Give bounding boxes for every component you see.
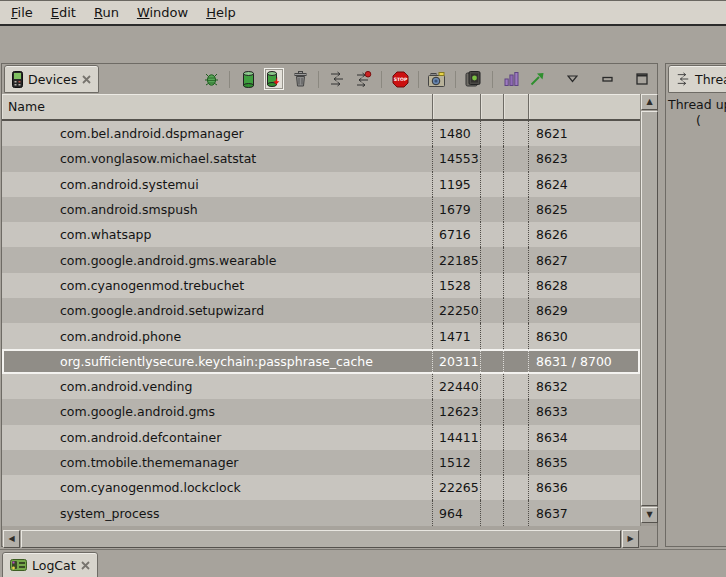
cell-name: com.android.defcontainer <box>2 425 433 450</box>
close-icon[interactable] <box>81 561 90 570</box>
cell-port: 8635 <box>529 450 640 475</box>
update-heap-icon[interactable] <box>238 68 258 90</box>
cell-pid: 1195 <box>433 172 481 197</box>
menu-item-file[interactable]: File <box>2 1 42 24</box>
cell-c2 <box>504 425 529 450</box>
cell-port: 8631 / 8700 <box>529 349 640 374</box>
cell-c2 <box>504 298 529 323</box>
scroll-up-button[interactable]: ▲ <box>641 94 658 110</box>
cell-c1 <box>481 374 504 399</box>
table-row[interactable]: com.cyanogenmod.trebuchet15288628 <box>2 273 640 298</box>
horizontal-scrollbar-thumb[interactable] <box>21 530 621 548</box>
close-icon[interactable] <box>82 75 91 84</box>
menu-item-help[interactable]: Help <box>197 1 245 24</box>
column-header-blank-2[interactable] <box>504 94 529 119</box>
logcat-icon <box>10 558 27 572</box>
column-header-name[interactable]: Name <box>2 94 433 119</box>
toolbar-separator <box>318 71 319 88</box>
cell-port: 8624 <box>529 172 640 197</box>
cell-name: com.cyanogenmod.lockclock <box>2 475 433 500</box>
maximize-icon[interactable] <box>632 68 652 90</box>
view-menu-icon[interactable] <box>562 68 582 90</box>
table-row[interactable]: com.whatsapp67168626 <box>2 222 640 247</box>
sysinfo-icon[interactable] <box>501 68 521 90</box>
device-table-body: com.bel.android.dspmanager14808621com.vo… <box>2 121 640 526</box>
cell-port: 8632 <box>529 374 640 399</box>
screen-capture-icon[interactable] <box>427 68 447 90</box>
cell-pid: 1480 <box>433 121 481 146</box>
column-header-pid[interactable] <box>433 94 481 119</box>
cell-c1 <box>481 121 504 146</box>
cell-port: 8636 <box>529 475 640 500</box>
table-row[interactable]: com.tmobile.thememanager15128635 <box>2 450 640 475</box>
start-method-profiling-icon[interactable] <box>353 68 373 90</box>
cell-pid: 12623 <box>433 399 481 424</box>
table-row[interactable]: com.google.android.setupwizard222508629 <box>2 298 640 323</box>
minimize-icon[interactable] <box>597 68 617 90</box>
cell-c1 <box>481 273 504 298</box>
toolbar-separator <box>455 71 456 88</box>
phone-icon <box>12 71 23 88</box>
cell-port: 8626 <box>529 222 640 247</box>
cell-c1 <box>481 222 504 247</box>
table-row[interactable]: com.android.smspush16798625 <box>2 197 640 222</box>
table-row[interactable]: com.android.defcontainer144118634 <box>2 425 640 450</box>
vertical-scrollbar-thumb[interactable] <box>641 111 658 506</box>
table-row[interactable]: com.vonglasow.michael.satstat145538623 <box>2 146 640 171</box>
update-threads-icon[interactable] <box>327 68 347 90</box>
cell-port: 8628 <box>529 273 640 298</box>
cell-port: 8630 <box>529 323 640 348</box>
menu-item-window[interactable]: Window <box>128 1 197 24</box>
cell-name: org.sufficientlysecure.keychain:passphra… <box>2 349 433 374</box>
table-row[interactable]: com.google.android.gms.wearable221858627 <box>2 247 640 272</box>
toolbar-separator <box>418 71 419 88</box>
scroll-left-button[interactable]: ◀ <box>3 530 20 548</box>
cell-port: 8637 <box>529 500 640 525</box>
start-tracing-icon[interactable] <box>527 68 547 90</box>
menu-item-run[interactable]: Run <box>85 1 128 24</box>
tab-logcat[interactable]: LogCat <box>2 552 98 577</box>
table-row[interactable]: system_process9648637 <box>2 500 640 525</box>
cell-name: com.vonglasow.michael.satstat <box>2 146 433 171</box>
cell-pid: 1528 <box>433 273 481 298</box>
column-header-blank-1[interactable] <box>481 94 504 119</box>
cell-port: 8625 <box>529 197 640 222</box>
stop-process-icon[interactable]: STOP <box>390 68 410 90</box>
table-row[interactable]: com.cyanogenmod.lockclock222658636 <box>2 475 640 500</box>
cell-c1 <box>481 475 504 500</box>
cell-name: com.android.smspush <box>2 197 433 222</box>
cell-c2 <box>504 222 529 247</box>
scroll-right-button[interactable]: ▶ <box>622 530 639 548</box>
cell-pid: 964 <box>433 500 481 525</box>
cell-name: com.bel.android.dspmanager <box>2 121 433 146</box>
table-row[interactable]: com.google.android.gms126238633 <box>2 399 640 424</box>
table-row[interactable]: com.bel.android.dspmanager14808621 <box>2 121 640 146</box>
threads-tabbar: Threads <box>666 64 726 94</box>
cell-c1 <box>481 172 504 197</box>
cell-pid: 22440 <box>433 374 481 399</box>
cell-c2 <box>504 197 529 222</box>
tab-threads[interactable]: Threads <box>668 65 726 93</box>
table-row[interactable]: com.android.vending224408632 <box>2 374 640 399</box>
screen-record-icon[interactable] <box>464 68 484 90</box>
logcat-bar: LogCat <box>0 549 726 577</box>
vertical-scrollbar[interactable]: ▲ ▼ <box>640 94 657 526</box>
cell-c2 <box>504 475 529 500</box>
scroll-down-button[interactable]: ▼ <box>641 507 658 523</box>
cell-c1 <box>481 500 504 525</box>
devices-tabbar: Devices <box>2 64 657 94</box>
table-row[interactable]: com.android.systemui11958624 <box>2 172 640 197</box>
cell-c1 <box>481 425 504 450</box>
column-header-port[interactable] <box>529 94 640 119</box>
table-row-selected[interactable]: org.sufficientlysecure.keychain:passphra… <box>2 349 640 374</box>
menu-item-edit[interactable]: Edit <box>42 1 85 24</box>
tab-threads-label: Threads <box>695 72 726 87</box>
devices-panel: Devices <box>1 63 658 547</box>
dump-hprof-icon[interactable] <box>264 68 284 90</box>
cause-gc-icon[interactable] <box>290 68 310 90</box>
table-row[interactable]: com.android.phone14718630 <box>2 323 640 348</box>
horizontal-scrollbar[interactable]: ◀ ▶ <box>3 530 640 548</box>
debug-process-icon[interactable] <box>201 68 221 90</box>
cell-port: 8627 <box>529 247 640 272</box>
tab-devices[interactable]: Devices <box>4 65 99 93</box>
